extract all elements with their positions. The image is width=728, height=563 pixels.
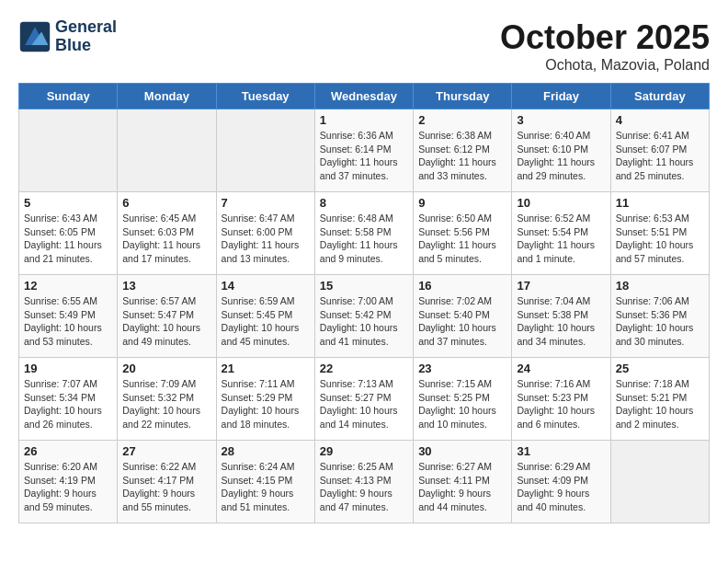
day-number: 20 — [122, 362, 210, 375]
location: Ochota, Mazovia, Poland — [500, 57, 710, 74]
cell-content: Sunrise: 6:40 AM Sunset: 6:10 PM Dayligh… — [517, 129, 605, 183]
calendar-cell: 31Sunrise: 6:29 AM Sunset: 4:09 PM Dayli… — [512, 441, 610, 523]
day-header-monday: Monday — [118, 84, 216, 109]
week-row-1: 1Sunrise: 6:36 AM Sunset: 6:14 PM Daylig… — [19, 109, 710, 192]
calendar-cell: 12Sunrise: 6:55 AM Sunset: 5:49 PM Dayli… — [19, 275, 118, 358]
cell-content: Sunrise: 7:16 AM Sunset: 5:23 PM Dayligh… — [517, 377, 605, 431]
day-number: 22 — [320, 362, 408, 375]
logo-icon — [18, 20, 51, 53]
day-number: 30 — [418, 444, 506, 458]
day-number: 25 — [616, 362, 704, 375]
day-number: 7 — [222, 196, 310, 210]
logo: General Blue — [18, 18, 117, 55]
week-row-4: 19Sunrise: 7:07 AM Sunset: 5:34 PM Dayli… — [19, 358, 710, 441]
calendar-cell — [216, 109, 314, 192]
day-number: 28 — [222, 444, 310, 458]
page-header: General Blue October 2025 Ochota, Mazovi… — [18, 18, 710, 74]
day-header-sunday: Sunday — [19, 84, 118, 109]
calendar-cell: 3Sunrise: 6:40 AM Sunset: 6:10 PM Daylig… — [512, 109, 610, 192]
day-number: 11 — [616, 196, 704, 210]
day-number: 1 — [320, 113, 408, 127]
calendar-cell: 26Sunrise: 6:20 AM Sunset: 4:19 PM Dayli… — [19, 441, 118, 523]
cell-content: Sunrise: 6:47 AM Sunset: 6:00 PM Dayligh… — [222, 212, 310, 266]
month-title: October 2025 — [500, 18, 710, 57]
cell-content: Sunrise: 6:38 AM Sunset: 6:12 PM Dayligh… — [418, 129, 506, 183]
cell-content: Sunrise: 6:22 AM Sunset: 4:17 PM Dayligh… — [122, 460, 210, 514]
cell-content: Sunrise: 6:25 AM Sunset: 4:13 PM Dayligh… — [320, 460, 408, 514]
calendar-cell: 28Sunrise: 6:24 AM Sunset: 4:15 PM Dayli… — [216, 441, 314, 523]
day-number: 4 — [616, 113, 704, 127]
cell-content: Sunrise: 7:11 AM Sunset: 5:29 PM Dayligh… — [222, 377, 310, 431]
day-number: 2 — [418, 113, 506, 127]
cell-content: Sunrise: 6:27 AM Sunset: 4:11 PM Dayligh… — [418, 460, 506, 514]
cell-content: Sunrise: 7:18 AM Sunset: 5:21 PM Dayligh… — [616, 377, 704, 431]
day-number: 13 — [122, 279, 210, 293]
calendar-cell — [19, 109, 118, 192]
cell-content: Sunrise: 6:24 AM Sunset: 4:15 PM Dayligh… — [222, 460, 310, 514]
week-row-5: 26Sunrise: 6:20 AM Sunset: 4:19 PM Dayli… — [19, 441, 710, 523]
day-number: 12 — [24, 279, 112, 293]
calendar-cell: 9Sunrise: 6:50 AM Sunset: 5:56 PM Daylig… — [414, 192, 512, 275]
calendar-cell: 11Sunrise: 6:53 AM Sunset: 5:51 PM Dayli… — [610, 192, 709, 275]
calendar-cell: 19Sunrise: 7:07 AM Sunset: 5:34 PM Dayli… — [19, 358, 118, 441]
calendar-cell: 10Sunrise: 6:52 AM Sunset: 5:54 PM Dayli… — [512, 192, 610, 275]
calendar-cell: 2Sunrise: 6:38 AM Sunset: 6:12 PM Daylig… — [414, 109, 512, 192]
calendar-cell: 6Sunrise: 6:45 AM Sunset: 6:03 PM Daylig… — [118, 192, 216, 275]
day-number: 31 — [517, 444, 605, 458]
calendar-cell: 21Sunrise: 7:11 AM Sunset: 5:29 PM Dayli… — [216, 358, 314, 441]
calendar-cell: 14Sunrise: 6:59 AM Sunset: 5:45 PM Dayli… — [216, 275, 314, 358]
cell-content: Sunrise: 6:59 AM Sunset: 5:45 PM Dayligh… — [222, 294, 310, 349]
calendar-cell: 17Sunrise: 7:04 AM Sunset: 5:38 PM Dayli… — [512, 275, 610, 358]
day-header-tuesday: Tuesday — [216, 84, 314, 109]
title-section: October 2025 Ochota, Mazovia, Poland — [500, 18, 710, 74]
calendar-cell: 24Sunrise: 7:16 AM Sunset: 5:23 PM Dayli… — [512, 358, 610, 441]
day-number: 17 — [517, 279, 605, 293]
day-number: 19 — [24, 362, 112, 375]
cell-content: Sunrise: 6:48 AM Sunset: 5:58 PM Dayligh… — [320, 212, 408, 266]
calendar-cell: 15Sunrise: 7:00 AM Sunset: 5:42 PM Dayli… — [314, 275, 413, 358]
cell-content: Sunrise: 6:45 AM Sunset: 6:03 PM Dayligh… — [122, 212, 210, 266]
cell-content: Sunrise: 6:57 AM Sunset: 5:47 PM Dayligh… — [122, 294, 210, 349]
calendar-cell: 27Sunrise: 6:22 AM Sunset: 4:17 PM Dayli… — [118, 441, 216, 523]
calendar-cell: 1Sunrise: 6:36 AM Sunset: 6:14 PM Daylig… — [314, 109, 413, 192]
cell-content: Sunrise: 7:00 AM Sunset: 5:42 PM Dayligh… — [320, 294, 408, 349]
cell-content: Sunrise: 6:53 AM Sunset: 5:51 PM Dayligh… — [616, 212, 704, 266]
cell-content: Sunrise: 6:52 AM Sunset: 5:54 PM Dayligh… — [517, 212, 605, 266]
calendar-cell: 30Sunrise: 6:27 AM Sunset: 4:11 PM Dayli… — [414, 441, 512, 523]
day-header-wednesday: Wednesday — [314, 84, 413, 109]
day-number: 10 — [517, 196, 605, 210]
cell-content: Sunrise: 6:50 AM Sunset: 5:56 PM Dayligh… — [418, 212, 506, 266]
day-header-thursday: Thursday — [414, 84, 512, 109]
calendar-cell: 13Sunrise: 6:57 AM Sunset: 5:47 PM Dayli… — [118, 275, 216, 358]
day-number: 27 — [122, 444, 210, 458]
calendar-cell: 18Sunrise: 7:06 AM Sunset: 5:36 PM Dayli… — [610, 275, 709, 358]
cell-content: Sunrise: 6:43 AM Sunset: 6:05 PM Dayligh… — [24, 212, 112, 266]
week-row-3: 12Sunrise: 6:55 AM Sunset: 5:49 PM Dayli… — [19, 275, 710, 358]
cell-content: Sunrise: 6:29 AM Sunset: 4:09 PM Dayligh… — [517, 460, 605, 514]
calendar-cell: 4Sunrise: 6:41 AM Sunset: 6:07 PM Daylig… — [610, 109, 709, 192]
logo-text: General Blue — [55, 18, 117, 55]
calendar-cell: 16Sunrise: 7:02 AM Sunset: 5:40 PM Dayli… — [414, 275, 512, 358]
calendar-cell: 29Sunrise: 6:25 AM Sunset: 4:13 PM Dayli… — [314, 441, 413, 523]
week-row-2: 5Sunrise: 6:43 AM Sunset: 6:05 PM Daylig… — [19, 192, 710, 275]
day-header-saturday: Saturday — [610, 84, 709, 109]
cell-content: Sunrise: 7:04 AM Sunset: 5:38 PM Dayligh… — [517, 294, 605, 349]
day-number: 26 — [24, 444, 112, 458]
day-number: 9 — [418, 196, 506, 210]
day-number: 8 — [320, 196, 408, 210]
calendar-cell: 25Sunrise: 7:18 AM Sunset: 5:21 PM Dayli… — [610, 358, 709, 441]
day-number: 29 — [320, 444, 408, 458]
day-header-friday: Friday — [512, 84, 610, 109]
calendar-cell: 8Sunrise: 6:48 AM Sunset: 5:58 PM Daylig… — [314, 192, 413, 275]
cell-content: Sunrise: 7:06 AM Sunset: 5:36 PM Dayligh… — [616, 294, 704, 349]
day-number: 21 — [222, 362, 310, 375]
calendar-table: SundayMondayTuesdayWednesdayThursdayFrid… — [18, 83, 710, 523]
day-number: 18 — [616, 279, 704, 293]
day-number: 15 — [320, 279, 408, 293]
cell-content: Sunrise: 7:15 AM Sunset: 5:25 PM Dayligh… — [418, 377, 506, 431]
cell-content: Sunrise: 6:55 AM Sunset: 5:49 PM Dayligh… — [24, 294, 112, 349]
day-number: 5 — [24, 196, 112, 210]
cell-content: Sunrise: 7:02 AM Sunset: 5:40 PM Dayligh… — [418, 294, 506, 349]
calendar-cell: 23Sunrise: 7:15 AM Sunset: 5:25 PM Dayli… — [414, 358, 512, 441]
cell-content: Sunrise: 6:41 AM Sunset: 6:07 PM Dayligh… — [616, 129, 704, 183]
